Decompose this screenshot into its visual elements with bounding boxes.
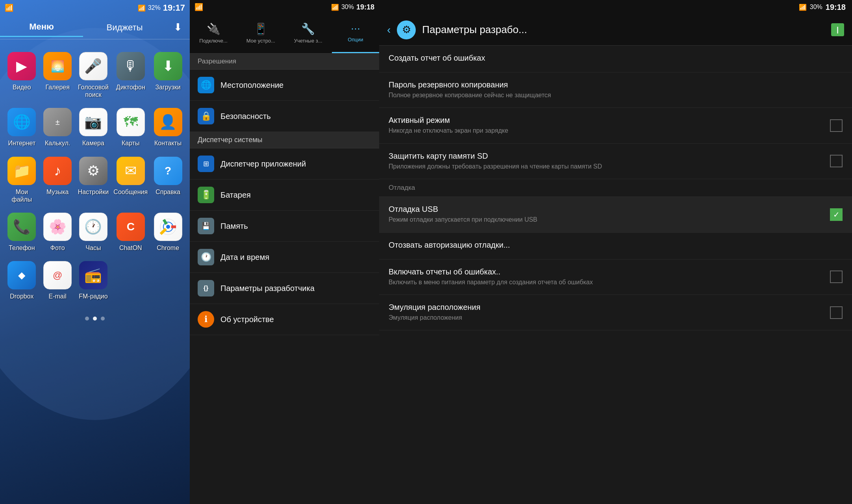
tab-accounts[interactable]: 🔧 Учетные з... [285, 14, 332, 53]
app-settings[interactable]: ⚙ Настройки [76, 152, 111, 208]
app-camera-label: Камера [82, 139, 104, 147]
settings-memory[interactable]: 💾 Память [190, 211, 379, 242]
dot-0[interactable] [85, 317, 89, 321]
app-clock[interactable]: 🕐 Часы [76, 208, 111, 256]
video-icon: ▶ [7, 52, 36, 80]
tab-widgets[interactable]: Виджеты [83, 19, 166, 37]
app-downloads[interactable]: ⬇ Загрузки [150, 47, 186, 103]
dev-signal-icon: 📶 [799, 4, 807, 11]
app-calc[interactable]: ± Калькул. [40, 103, 76, 152]
app-files[interactable]: 📁 Мои файлы [4, 152, 40, 208]
location-icon: 🌐 [198, 77, 214, 93]
dev-item-backup-pass[interactable]: Пароль резервного копирования Полное рез… [379, 72, 852, 108]
app-messages[interactable]: ✉ Сообщения [111, 152, 150, 208]
bug-reports-checkbox[interactable] [830, 271, 843, 283]
dev-item-bug-reports[interactable]: Включать отчеты об ошибках.. Включить в … [379, 259, 852, 295]
app-chaton[interactable]: C ChatON [111, 208, 150, 256]
protect-sd-checkbox[interactable] [830, 155, 843, 167]
app-contacts-label: Контакты [154, 139, 182, 147]
settings-devparams[interactable]: {} Параметры разработчика [190, 273, 379, 304]
dropbox-icon: ◆ [7, 261, 36, 289]
settings-security[interactable]: 🔒 Безопасность [190, 101, 379, 132]
memory-icon: 💾 [198, 218, 214, 234]
location-emul-checkbox[interactable] [830, 306, 843, 319]
connect-icon: 🔌 [207, 22, 220, 35]
app-camera[interactable]: 📷 Камера [76, 103, 111, 152]
app-phone-label: Телефон [9, 244, 35, 252]
app-help[interactable]: ? Справка [150, 152, 186, 208]
app-photos-label: Фото [50, 244, 65, 252]
datetime-icon: 🕐 [198, 249, 214, 265]
app-gallery[interactable]: 🌅 Галерея [40, 47, 76, 103]
settings-icon: ⚙ [79, 157, 107, 185]
back-button[interactable]: ‹ [387, 24, 391, 36]
settings-datetime[interactable]: 🕐 Дата и время [190, 242, 379, 273]
dev-status-bar: 📶 30% 19:18 [379, 0, 852, 14]
dev-item-usb-debug[interactable]: Отладка USB Режим отладки запускается пр… [379, 197, 852, 232]
battery-text: 32% [148, 4, 161, 11]
tab-options[interactable]: ⋯ Опции [332, 14, 379, 53]
svg-point-3 [166, 225, 170, 229]
app-maps[interactable]: 🗺 Карты [111, 103, 150, 152]
settings-battery[interactable]: 🔋 Батарея [190, 180, 379, 211]
battery-bar: | [837, 26, 839, 33]
app-video-label: Видео [13, 83, 31, 91]
tab-mydevice-label: Мое устро... [246, 38, 275, 44]
app-dropbox[interactable]: ◆ Dropbox [4, 256, 40, 305]
app-contacts[interactable]: 👤 Контакты [150, 103, 186, 152]
settings-status-right: 📶 30% 19:18 [331, 3, 374, 11]
settings-about[interactable]: ℹ Об устройстве [190, 304, 379, 335]
settings-location[interactable]: 🌐 Местоположение [190, 70, 379, 101]
app-phone[interactable]: 📞 Телефон [4, 208, 40, 256]
dot-1[interactable] [93, 317, 97, 321]
settings-app-manager[interactable]: ⊞ Диспетчер приложений [190, 148, 379, 180]
app-clock-label: Часы [85, 244, 101, 252]
app-email[interactable]: @ E-mail [40, 256, 76, 305]
accounts-icon: 🔧 [301, 22, 315, 35]
devparams-icon: {} [198, 280, 214, 296]
active-mode-checkbox[interactable] [830, 119, 843, 132]
app-voice-label: Голосовой поиск [78, 83, 109, 98]
backup-pass-title: Пароль резервного копирования [389, 80, 843, 89]
dev-page-title: Параметры разрабо... [422, 24, 831, 36]
section-permissions: Разрешения [190, 54, 379, 70]
location-label: Местоположение [220, 81, 283, 90]
location-emul-subtitle: Эмуляция расположения [389, 313, 830, 322]
dev-item-active-mode[interactable]: Активный режим Никогда не отключать экра… [379, 108, 852, 143]
app-dictaphone[interactable]: 🎙 Диктофон [111, 47, 150, 103]
settings-status-left: 📶 [194, 3, 203, 11]
app-photos[interactable]: 🌸 Фото [40, 208, 76, 256]
protect-sd-title: Защитить карту памяти SD [389, 152, 830, 161]
download-button[interactable]: ⬇ [166, 21, 190, 33]
usb-debug-checkbox[interactable]: ✓ [830, 208, 843, 221]
dev-battery-indicator: | [831, 23, 844, 36]
battery-label: Батарея [220, 191, 251, 200]
app-dropbox-label: Dropbox [10, 293, 33, 300]
app-video[interactable]: ▶ Видео [4, 47, 40, 103]
app-chrome-label: Chrome [157, 244, 179, 252]
tab-menu[interactable]: Меню [0, 18, 83, 37]
app-fmradio-label: FM-радио [79, 293, 107, 300]
tab-mydevice[interactable]: 📱 Мое устро... [237, 14, 284, 53]
email-icon: @ [43, 261, 72, 289]
app-internet[interactable]: 🌐 Интернет [4, 103, 40, 152]
location-emul-title: Эмуляция расположения [389, 303, 830, 312]
app-music[interactable]: ♪ Музыка [40, 152, 76, 208]
developer-options-panel: 📶 30% 19:18 ‹ ⚙ Параметры разрабо... | С… [379, 0, 852, 504]
dev-item-protect-sd[interactable]: Защитить карту памяти SD Приложения долж… [379, 144, 852, 179]
internet-icon: 🌐 [7, 108, 36, 136]
clock-icon: 🕐 [79, 213, 107, 241]
dev-item-revoke-auth[interactable]: Отозвать авторизацию отладки... [379, 233, 852, 259]
dev-item-location-emul[interactable]: Эмуляция расположения Эмуляция расположе… [379, 295, 852, 330]
app-fmradio[interactable]: 📻 FM-радио [76, 256, 111, 305]
chrome-icon [154, 213, 182, 241]
app-chrome[interactable]: Chrome [150, 208, 186, 256]
music-icon: ♪ [43, 157, 72, 185]
dot-2[interactable] [101, 317, 105, 321]
settings-tabs: 🔌 Подключе... 📱 Мое устро... 🔧 Учетные з… [190, 14, 379, 54]
app-voice[interactable]: 🎤 Голосовой поиск [76, 47, 111, 103]
tab-connect[interactable]: 🔌 Подключе... [190, 14, 237, 53]
dev-item-bug-report[interactable]: Создать отчет об ошибках [379, 46, 852, 72]
app-chaton-label: ChatON [119, 244, 142, 252]
dictaphone-icon: 🎙 [117, 52, 145, 80]
